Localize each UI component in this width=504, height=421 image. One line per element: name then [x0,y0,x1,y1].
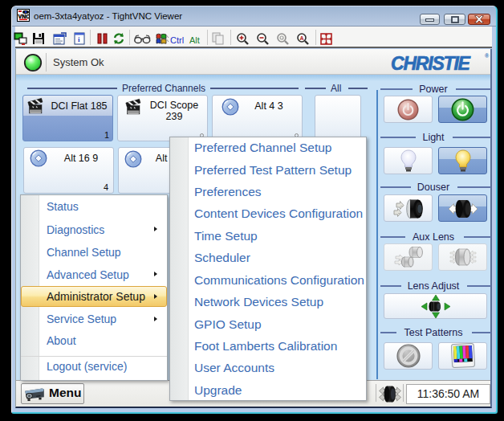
svg-text:A: A [300,35,304,41]
svg-text:VNC: VNC [18,14,30,19]
